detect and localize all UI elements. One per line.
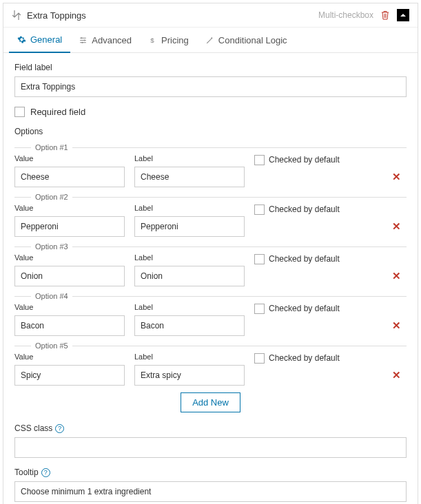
- remove-option-icon[interactable]: ✕: [386, 369, 407, 381]
- trash-icon[interactable]: [380, 10, 390, 20]
- wand-icon: [205, 36, 214, 45]
- css-class-input[interactable]: [14, 437, 407, 458]
- checked-default-label: Checked by default: [269, 304, 340, 313]
- option-value-header: Value: [14, 303, 125, 311]
- tooltip-label: Tooltip: [14, 468, 39, 477]
- tooltip-input[interactable]: [14, 481, 407, 502]
- option-label-header: Label: [134, 204, 245, 212]
- option-block: Option #4ValueLabelChecked by default✕: [14, 292, 407, 336]
- checked-default-label: Checked by default: [269, 204, 340, 214]
- option-label-input[interactable]: [134, 365, 245, 386]
- option-label-header: Label: [134, 303, 245, 311]
- dollar-icon: $: [148, 36, 157, 45]
- option-legend: Option #5: [31, 342, 72, 350]
- drag-handle-icon[interactable]: [12, 10, 21, 20]
- svg-point-2: [82, 41, 83, 43]
- remove-option-icon[interactable]: ✕: [386, 171, 407, 183]
- option-label-header: Label: [134, 253, 245, 262]
- tab-conditional-label: Conditional Logic: [218, 35, 287, 45]
- checked-default-row[interactable]: Checked by default: [254, 204, 376, 215]
- tab-advanced-label: Advanced: [92, 35, 132, 45]
- checked-default-checkbox[interactable]: [254, 204, 265, 215]
- add-new-button[interactable]: Add New: [181, 392, 240, 412]
- svg-point-1: [84, 39, 85, 41]
- option-value-input[interactable]: [14, 167, 125, 187]
- option-legend: Option #2: [31, 193, 72, 201]
- option-value-input[interactable]: [14, 315, 125, 336]
- panel-header: Extra Toppings Multi-checkbox: [3, 3, 418, 28]
- option-value-input[interactable]: [14, 266, 125, 286]
- option-block: Option #3ValueLabelChecked by default✕: [14, 242, 407, 286]
- option-value-header: Value: [14, 253, 125, 262]
- option-value-header: Value: [14, 204, 125, 212]
- option-label-input[interactable]: [134, 216, 245, 237]
- required-checkbox[interactable]: [14, 107, 25, 117]
- tab-conditional[interactable]: Conditional Logic: [197, 28, 296, 52]
- option-block: Option #2ValueLabelChecked by default✕: [14, 193, 407, 237]
- option-label-header: Label: [134, 353, 245, 361]
- remove-option-icon[interactable]: ✕: [386, 270, 407, 282]
- option-block: Option #1ValueLabelChecked by default✕: [14, 143, 407, 187]
- option-legend: Option #3: [31, 242, 72, 251]
- option-legend: Option #4: [31, 292, 72, 300]
- checked-default-row[interactable]: Checked by default: [254, 353, 376, 364]
- checked-default-row[interactable]: Checked by default: [254, 304, 376, 314]
- checked-default-label: Checked by default: [269, 254, 340, 264]
- checked-default-label: Checked by default: [269, 155, 340, 165]
- svg-point-0: [81, 37, 83, 39]
- option-legend: Option #1: [31, 143, 72, 151]
- tab-general[interactable]: General: [9, 28, 70, 53]
- option-label-input[interactable]: [134, 315, 245, 336]
- checked-default-checkbox[interactable]: [254, 304, 265, 314]
- checked-default-checkbox[interactable]: [254, 155, 265, 165]
- option-label-input[interactable]: [134, 266, 245, 286]
- option-label-header: Label: [134, 154, 245, 162]
- collapse-toggle[interactable]: [397, 9, 409, 21]
- checked-default-row[interactable]: Checked by default: [254, 155, 376, 165]
- field-label-group: Field label: [14, 63, 407, 97]
- tabs-bar: General Advanced $ Pricing Conditional L…: [3, 28, 418, 53]
- required-label: Required field: [30, 107, 85, 117]
- tab-general-label: General: [30, 34, 62, 45]
- checked-default-checkbox[interactable]: [254, 353, 265, 364]
- tab-advanced[interactable]: Advanced: [70, 28, 140, 52]
- checked-default-row[interactable]: Checked by default: [254, 254, 376, 264]
- option-label-input[interactable]: [134, 167, 245, 187]
- checked-default-checkbox[interactable]: [254, 254, 265, 264]
- tab-pricing-label: Pricing: [161, 35, 189, 45]
- field-editor-panel: Extra Toppings Multi-checkbox General Ad…: [3, 3, 418, 504]
- help-icon[interactable]: ?: [55, 424, 64, 433]
- tooltip-group: Tooltip ?: [14, 468, 407, 502]
- options-heading: Options: [14, 127, 407, 136]
- remove-option-icon[interactable]: ✕: [386, 319, 407, 332]
- option-block: Option #5ValueLabelChecked by default✕: [14, 342, 407, 386]
- option-value-input[interactable]: [14, 216, 125, 237]
- svg-text:$: $: [150, 36, 154, 43]
- option-value-header: Value: [14, 154, 125, 162]
- help-icon[interactable]: ?: [41, 468, 50, 477]
- gear-icon: [17, 35, 26, 44]
- css-class-group: CSS class ?: [14, 423, 407, 458]
- remove-option-icon[interactable]: ✕: [386, 220, 407, 233]
- required-field-row[interactable]: Required field: [14, 107, 407, 117]
- option-value-input[interactable]: [14, 365, 125, 386]
- field-label-input[interactable]: [14, 76, 407, 97]
- option-value-header: Value: [14, 353, 125, 361]
- field-type-label: Multi-checkbox: [318, 10, 373, 20]
- css-class-label: CSS class: [14, 423, 52, 433]
- tab-pricing[interactable]: $ Pricing: [140, 28, 197, 52]
- panel-body: Field label Required field Options Optio…: [3, 53, 418, 504]
- sliders-icon: [79, 36, 88, 45]
- checked-default-label: Checked by default: [269, 353, 340, 363]
- options-list: Option #1ValueLabelChecked by default✕Op…: [14, 143, 407, 386]
- field-label-text: Field label: [14, 63, 407, 72]
- panel-title: Extra Toppings: [27, 10, 86, 21]
